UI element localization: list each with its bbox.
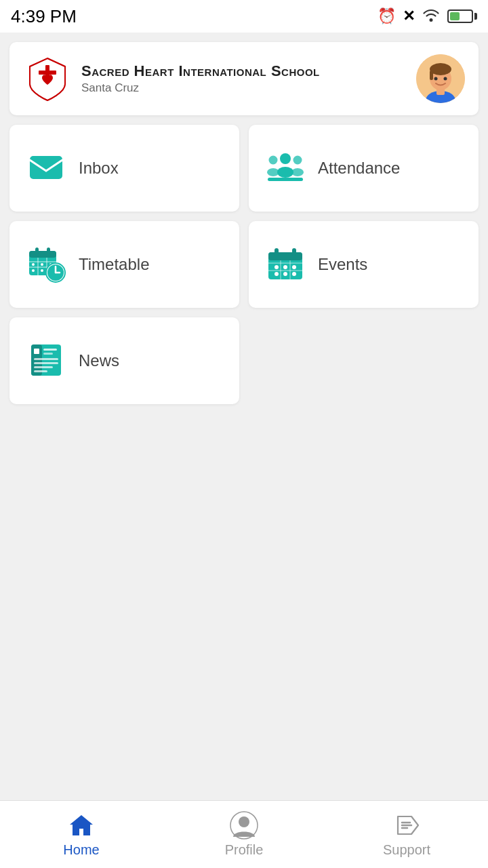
- nav-home-label: Home: [63, 842, 99, 858]
- timetable-label: Timetable: [79, 255, 149, 274]
- bottom-nav: Home Profile Support: [0, 800, 488, 868]
- inbox-menu-item[interactable]: Inbox: [9, 125, 239, 212]
- news-menu-item[interactable]: News: [9, 317, 239, 404]
- status-bar: 4:39 PM ⏰ ✕: [0, 0, 488, 33]
- svg-rect-10: [30, 156, 62, 179]
- svg-point-26: [32, 263, 35, 266]
- attendance-icon: [265, 146, 306, 190]
- svg-rect-54: [34, 358, 58, 360]
- inbox-label: Inbox: [79, 159, 119, 178]
- svg-rect-56: [34, 366, 53, 368]
- nav-profile-label: Profile: [225, 842, 264, 858]
- menu-grid: Inbox Attendance: [9, 125, 479, 404]
- nav-home[interactable]: Home: [14, 811, 149, 858]
- svg-rect-52: [43, 349, 57, 351]
- svg-point-13: [269, 156, 278, 165]
- news-label: News: [79, 351, 119, 370]
- svg-rect-17: [268, 178, 303, 181]
- nav-support-label: Support: [383, 842, 430, 858]
- svg-rect-21: [47, 248, 50, 254]
- profile-icon: [230, 811, 258, 840]
- svg-rect-51: [34, 349, 39, 354]
- status-icons: ⏰ ✕: [378, 7, 477, 25]
- nav-profile[interactable]: Profile: [176, 811, 312, 858]
- svg-point-43: [283, 272, 287, 276]
- school-logo: [23, 54, 72, 103]
- news-icon: [26, 339, 66, 382]
- status-time: 4:39 PM: [11, 6, 77, 27]
- svg-point-29: [32, 269, 35, 272]
- header-left: Sacred Heart International School Santa …: [23, 54, 320, 103]
- timetable-icon: [26, 243, 66, 286]
- events-label: Events: [318, 255, 367, 274]
- school-name: Sacred Heart International School: [81, 62, 320, 80]
- inbox-icon: [26, 146, 66, 190]
- svg-point-39: [274, 265, 279, 269]
- svg-point-8: [434, 77, 438, 81]
- wifi-icon: [422, 7, 441, 25]
- svg-point-11: [280, 153, 291, 164]
- svg-rect-20: [35, 248, 39, 254]
- svg-point-15: [293, 156, 302, 165]
- svg-rect-19: [29, 251, 56, 258]
- timetable-menu-item[interactable]: Timetable: [9, 221, 239, 308]
- svg-rect-38: [292, 248, 296, 256]
- svg-point-14: [267, 168, 279, 176]
- events-icon: [265, 243, 306, 286]
- alarm-icon: ⏰: [378, 7, 396, 25]
- svg-point-12: [277, 167, 293, 178]
- close-icon: ✕: [403, 7, 415, 25]
- svg-point-41: [292, 265, 296, 269]
- events-menu-item[interactable]: Events: [249, 221, 479, 308]
- svg-rect-53: [43, 353, 53, 355]
- svg-point-44: [292, 272, 296, 276]
- app-header: Sacred Heart International School Santa …: [9, 42, 479, 115]
- svg-rect-1: [39, 71, 56, 75]
- nav-support[interactable]: Support: [339, 811, 474, 858]
- svg-point-40: [283, 265, 287, 269]
- svg-point-59: [239, 816, 249, 827]
- svg-rect-37: [274, 248, 279, 256]
- svg-rect-57: [34, 370, 47, 372]
- home-icon: [67, 811, 96, 840]
- svg-point-30: [41, 269, 43, 272]
- svg-point-9: [444, 77, 447, 81]
- student-avatar[interactable]: [416, 54, 465, 103]
- svg-rect-7: [430, 71, 433, 80]
- svg-point-27: [41, 263, 43, 266]
- svg-point-42: [274, 272, 279, 276]
- attendance-label: Attendance: [318, 159, 400, 178]
- attendance-menu-item[interactable]: Attendance: [249, 125, 479, 212]
- battery-indicator: [447, 9, 477, 23]
- support-icon: [392, 811, 421, 840]
- svg-rect-55: [34, 362, 58, 364]
- svg-rect-36: [268, 252, 302, 260]
- svg-point-16: [291, 168, 304, 176]
- school-info: Sacred Heart International School Santa …: [81, 62, 320, 95]
- school-location: Santa Cruz: [81, 81, 320, 95]
